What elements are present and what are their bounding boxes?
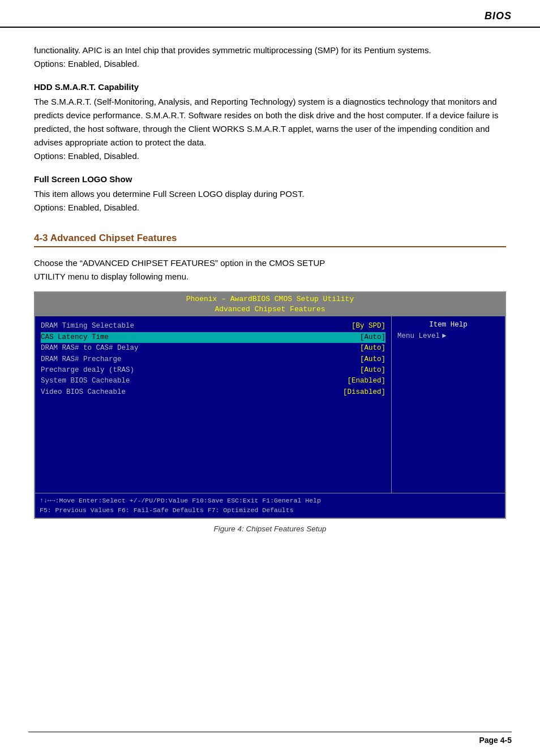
intro-paragraph: functionality. APIC is an Intel chip tha… bbox=[34, 44, 506, 71]
figure-caption: Figure 4: Chipset Features Setup bbox=[34, 525, 506, 533]
header-title: BIOS bbox=[485, 10, 512, 22]
chapter-heading: 4-3 Advanced Chipset Features bbox=[34, 233, 506, 247]
bios-row-0: DRAM Timing Selectable [By SPD] bbox=[41, 321, 385, 332]
logo-section: Full Screen LOGO Show This item allows y… bbox=[34, 174, 506, 214]
bios-settings-panel: DRAM Timing Selectable [By SPD] CAS Late… bbox=[35, 316, 392, 493]
page-content: functionality. APIC is an Intel chip tha… bbox=[0, 28, 540, 567]
page-number: Page 4-5 bbox=[479, 736, 512, 745]
bios-row-5: System BIOS Cacheable [Enabled] bbox=[41, 376, 385, 386]
bios-footer: ↑↓↔→:Move Enter:Select +/-/PU/PD:Value F… bbox=[35, 493, 505, 518]
bios-main-content: DRAM Timing Selectable [By SPD] CAS Late… bbox=[35, 316, 505, 493]
logo-body: This item allows you determine Full Scre… bbox=[34, 187, 506, 214]
bios-row-3: DRAM RAS# Precharge [Auto] bbox=[41, 354, 385, 365]
bios-row-2: DRAM RAS# to CAS# Delay [Auto] bbox=[41, 343, 385, 354]
chapter-section: 4-3 Advanced Chipset Features Choose the… bbox=[34, 233, 506, 533]
bios-footer-line1: ↑↓↔→:Move Enter:Select +/-/PU/PD:Value F… bbox=[40, 496, 500, 505]
logo-heading: Full Screen LOGO Show bbox=[34, 174, 506, 184]
bios-item-help-title: Item Help bbox=[397, 321, 499, 329]
hdd-section: HDD S.M.A.R.T. Capability The S.M.A.R.T.… bbox=[34, 82, 506, 163]
hdd-body: The S.M.A.R.T. (Self-Monitoring, Analysi… bbox=[34, 95, 506, 163]
bios-row-4: Precharge dealy (tRAS) [Auto] bbox=[41, 365, 385, 376]
page-header: BIOS bbox=[0, 0, 540, 28]
bios-footer-line2: F5: Previous Values F6: Fail-Safe Defaul… bbox=[40, 505, 500, 515]
bios-screenshot: Phoenix – AwardBIOS CMOS Setup Utility A… bbox=[34, 291, 506, 519]
bios-title-bar: Phoenix – AwardBIOS CMOS Setup Utility A… bbox=[35, 293, 505, 316]
page-footer: Page 4-5 bbox=[28, 732, 512, 745]
page-container: BIOS functionality. APIC is an Intel chi… bbox=[0, 0, 540, 756]
bios-menu-level: Menu Level ► bbox=[397, 332, 499, 340]
bios-row-1: CAS Latency Time [Auto] bbox=[41, 332, 385, 343]
bios-row-6: Video BIOS Cacheable [Disabled] bbox=[41, 387, 385, 398]
hdd-heading: HDD S.M.A.R.T. Capability bbox=[34, 82, 506, 92]
chapter-intro: Choose the “ADVANCED CHIPSET FEATURES” o… bbox=[34, 256, 506, 284]
bios-help-panel: Item Help Menu Level ► bbox=[392, 316, 505, 493]
